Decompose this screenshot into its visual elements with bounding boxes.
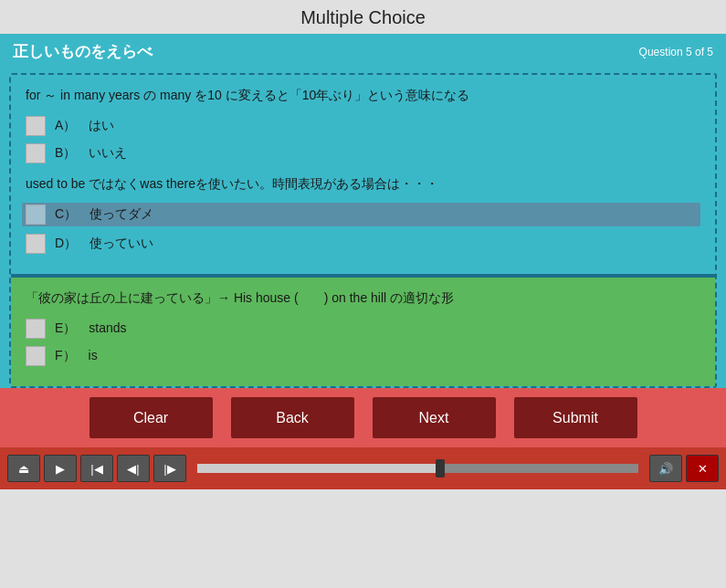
- question-counter: Question 5 of 5: [639, 46, 713, 58]
- exit-icon: ⏏: [18, 462, 29, 476]
- question-container: for ～ in many years の many を10 に変えると「10年…: [9, 73, 717, 388]
- choice-d-label: D） 使っていい: [55, 236, 153, 252]
- prev-chapter-icon: |◀: [90, 462, 102, 476]
- play-icon: ▶: [56, 462, 65, 476]
- section-top: for ～ in many years の many を10 に変えると「10年…: [11, 75, 715, 274]
- choice-c-row[interactable]: C） 使ってダメ: [22, 203, 700, 226]
- checkbox-d[interactable]: [26, 234, 46, 254]
- main-content: 正しいものをえらべ Question 5 of 5 for ～ in many …: [0, 34, 726, 388]
- choice-f-label: F） is: [55, 348, 98, 364]
- section-bottom: 「彼の家は丘の上に建っている」→ His house ( ) on the hi…: [11, 278, 715, 386]
- back-button[interactable]: Back: [231, 397, 354, 438]
- progress-marker: [436, 459, 445, 478]
- title-text: Multiple Choice: [300, 7, 426, 27]
- clear-button[interactable]: Clear: [89, 397, 213, 438]
- next-button[interactable]: Next: [373, 397, 496, 438]
- exit-button[interactable]: ⏏: [7, 455, 40, 482]
- page-title: Multiple Choice: [0, 0, 726, 34]
- prev-chapter-button[interactable]: |◀: [80, 455, 113, 482]
- choice-b-label: B） いいえ: [55, 145, 127, 162]
- next-frame-icon: |▶: [163, 462, 175, 476]
- choice-a-label: A） はい: [55, 118, 114, 134]
- button-bar: Clear Back Next Submit: [0, 388, 726, 447]
- volume-button[interactable]: 🔊: [649, 455, 682, 482]
- next-frame-button[interactable]: |▶: [153, 455, 186, 482]
- checkbox-b[interactable]: [26, 143, 46, 163]
- checkbox-c[interactable]: [26, 205, 46, 225]
- progress-bar[interactable]: [197, 464, 638, 473]
- choice-e-row[interactable]: E） stands: [26, 319, 700, 339]
- close-icon: ✕: [698, 462, 708, 476]
- checkbox-f[interactable]: [26, 346, 46, 366]
- choice-f-row[interactable]: F） is: [26, 346, 700, 366]
- choice-a-row[interactable]: A） はい: [26, 116, 700, 136]
- play-button[interactable]: ▶: [44, 455, 77, 482]
- checkbox-e[interactable]: [26, 319, 46, 339]
- question2-text: 「彼の家は丘の上に建っている」→ His house ( ) on the hi…: [26, 289, 700, 308]
- choice-d-row[interactable]: D） 使っていい: [26, 234, 700, 254]
- instruction-label: 正しいものをえらべ: [13, 41, 153, 62]
- close-button[interactable]: ✕: [686, 455, 719, 482]
- prev-frame-button[interactable]: ◀|: [117, 455, 150, 482]
- choice-e-label: E） stands: [55, 320, 127, 337]
- choice-b-row[interactable]: B） いいえ: [26, 143, 700, 163]
- header-row: 正しいものをえらべ Question 5 of 5: [0, 34, 726, 68]
- progress-fill: [197, 464, 440, 473]
- question1-text: for ～ in many years の many を10 に変えると「10年…: [26, 86, 700, 105]
- bottom-toolbar: ⏏ ▶ |◀ ◀| |▶ 🔊 ✕: [0, 447, 726, 489]
- checkbox-a[interactable]: [26, 116, 46, 136]
- question2-prefix-text: used to be ではなくwas thereを使いたい。時間表現がある場合は…: [26, 174, 700, 194]
- choice-c-label: C） 使ってダメ: [55, 206, 153, 223]
- prev-frame-icon: ◀|: [127, 462, 139, 476]
- volume-icon: 🔊: [658, 462, 673, 476]
- submit-button[interactable]: Submit: [514, 397, 637, 438]
